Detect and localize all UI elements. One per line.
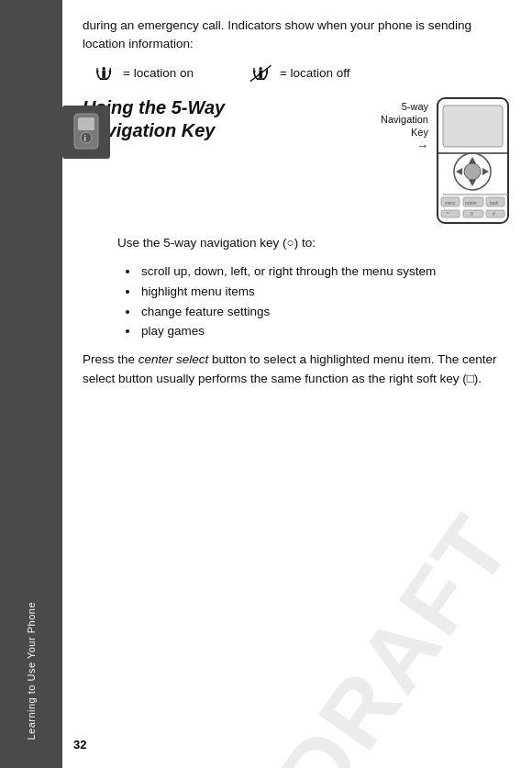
svg-point-15 xyxy=(464,163,481,180)
svg-text:i: i xyxy=(84,134,87,143)
svg-marker-13 xyxy=(456,168,462,175)
location-on-label: = location on xyxy=(123,66,194,80)
sidebar-label: Learning to Use Your Phone xyxy=(25,602,38,740)
phone-label: 5-wayNavigationKey xyxy=(381,100,428,139)
svg-marker-12 xyxy=(469,180,476,186)
location-off-item: = location off xyxy=(249,63,350,83)
svg-text:*: * xyxy=(447,211,449,217)
svg-marker-11 xyxy=(469,157,476,163)
location-on-icon xyxy=(92,63,117,83)
intro-paragraph: during an emergency call. Indicators sho… xyxy=(83,17,512,54)
phone-svg-area: 5-wayNavigationKey → xyxy=(381,96,512,225)
svg-text:#: # xyxy=(493,211,495,217)
sidebar: Learning to Use Your Phone xyxy=(0,0,62,768)
arrow-right-icon: → xyxy=(416,139,428,152)
phone-illustration: * 0 # menu center back xyxy=(434,96,512,225)
info-icon-box: i xyxy=(62,106,110,159)
bullet-list: scroll up, down, left, or right through … xyxy=(139,262,512,340)
svg-point-2 xyxy=(102,67,105,71)
section-body: Using the 5-Way Navigation Key 5-wayNavi… xyxy=(83,96,512,389)
section-heading: Using the 5-Way Navigation Key xyxy=(83,96,321,142)
svg-text:0: 0 xyxy=(471,211,473,217)
section-header: Using the 5-Way Navigation Key 5-wayNavi… xyxy=(83,96,512,225)
bullet-item-4: play games xyxy=(139,321,512,341)
main-content: during an emergency call. Indicators sho… xyxy=(62,0,532,768)
info-phone-icon: i xyxy=(71,112,102,152)
center-select-italic: center select xyxy=(139,352,209,366)
press-paragraph: Press the center select button to select… xyxy=(83,351,512,389)
svg-marker-14 xyxy=(482,168,489,175)
svg-rect-21 xyxy=(463,210,483,217)
svg-text:center: center xyxy=(465,201,477,206)
location-row: = location on = location off xyxy=(92,63,512,83)
svg-rect-0 xyxy=(102,70,105,78)
location-off-label: = location off xyxy=(280,66,350,80)
svg-rect-30 xyxy=(78,117,94,130)
svg-text:menu: menu xyxy=(445,201,456,206)
body-text: Use the 5-way navigation key (○) to: xyxy=(117,234,512,253)
bullet-item-1: scroll up, down, left, or right through … xyxy=(139,262,512,282)
bullet-item-2: highlight menu items xyxy=(139,282,512,302)
svg-rect-22 xyxy=(486,210,504,217)
bullet-item-3: change feature settings xyxy=(139,302,512,322)
svg-rect-8 xyxy=(443,106,503,147)
location-off-icon xyxy=(249,63,274,83)
svg-rect-20 xyxy=(441,210,460,217)
svg-text:back: back xyxy=(490,201,499,206)
location-on-item: = location on xyxy=(92,63,194,83)
svg-point-5 xyxy=(259,67,262,71)
